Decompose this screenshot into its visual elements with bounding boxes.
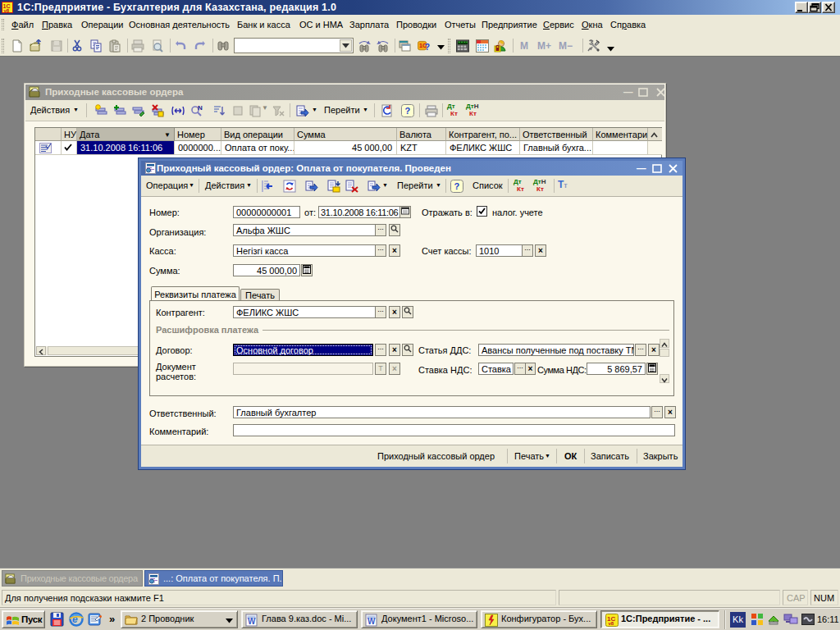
svg-text:v8: v8 [609, 621, 614, 626]
svg-text:v8: v8 [4, 8, 10, 13]
svg-text:?: ? [454, 181, 460, 191]
svg-text:e: e [72, 614, 78, 625]
svg-text:N: N [198, 104, 203, 112]
svg-text:W: W [248, 617, 256, 626]
svg-text:?: ? [405, 106, 411, 116]
svg-text:?: ? [425, 43, 430, 52]
svg-text:W: W [368, 617, 376, 626]
